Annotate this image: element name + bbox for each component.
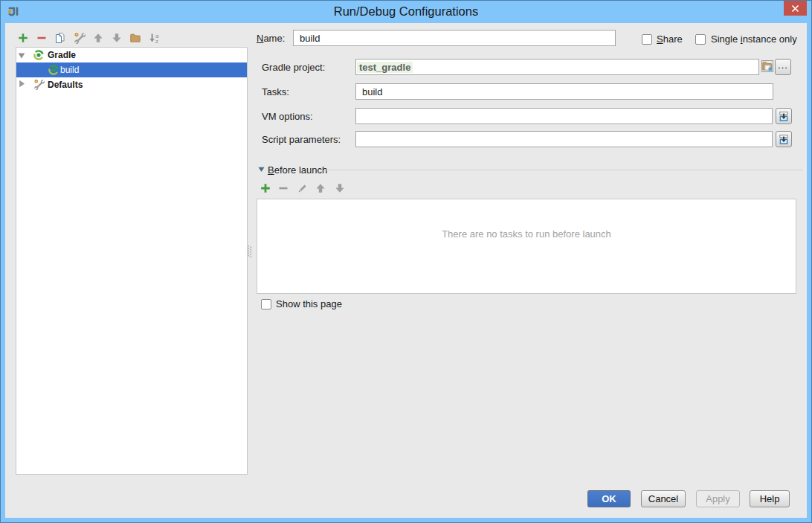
svg-text:z: z — [155, 38, 158, 44]
